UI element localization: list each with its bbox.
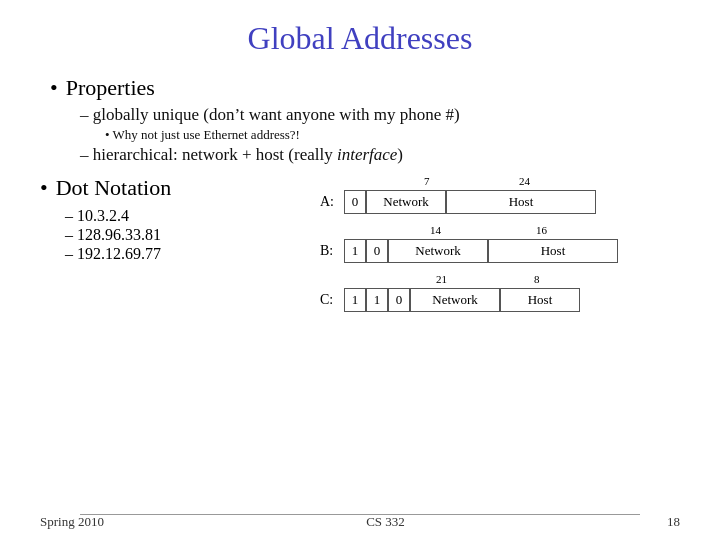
footer-left: Spring 2010 bbox=[40, 514, 104, 530]
row-a-num2: 24 bbox=[519, 175, 530, 187]
content-row: • Dot Notation – 10.3.2.4 – 128.96.33.81… bbox=[40, 175, 680, 318]
row-c-numbers: 21 8 bbox=[364, 273, 680, 287]
row-b-numbers: 14 16 bbox=[364, 224, 680, 238]
dot-sub-2: – 128.96.33.81 bbox=[65, 226, 320, 244]
row-c-cell-network: Network bbox=[410, 288, 500, 312]
properties-label: Properties bbox=[66, 75, 155, 101]
address-diagrams: 7 24 A: 0 Network Host 14 16 B: bbox=[320, 175, 680, 318]
properties-bullet: • Properties bbox=[50, 75, 680, 101]
dot-sub-1: – 10.3.2.4 bbox=[65, 207, 320, 225]
row-a-cells: A: 0 Network Host bbox=[320, 190, 680, 214]
bullet-symbol: • bbox=[50, 75, 58, 101]
row-c-cell-1: 1 bbox=[366, 288, 388, 312]
properties-section: • Properties – globally unique (don’t wa… bbox=[50, 75, 680, 167]
row-c-cell-host: Host bbox=[500, 288, 580, 312]
row-c-num2: 8 bbox=[534, 273, 540, 285]
row-b-cell-network: Network bbox=[388, 239, 488, 263]
row-b-cells: B: 1 0 Network Host bbox=[320, 239, 680, 263]
row-a-num1: 7 bbox=[424, 175, 430, 187]
row-a-numbers: 7 24 bbox=[364, 175, 680, 189]
footer-right: 18 bbox=[667, 514, 680, 530]
slide: Global Addresses • Properties – globally… bbox=[0, 0, 720, 540]
footer: Spring 2010 CS 332 18 bbox=[40, 514, 680, 530]
addr-row-b: 14 16 B: 1 0 Network Host bbox=[320, 224, 680, 263]
ethernet-note: • Why not just use Ethernet address?! bbox=[105, 127, 680, 143]
dot-bullet: • bbox=[40, 175, 48, 201]
row-b-num2: 16 bbox=[536, 224, 547, 236]
footer-center: CS 332 bbox=[366, 514, 405, 530]
addr-row-a: 7 24 A: 0 Network Host bbox=[320, 175, 680, 214]
globally-unique-item: – globally unique (don’t want anyone wit… bbox=[80, 105, 680, 125]
row-b-label: B: bbox=[320, 243, 344, 259]
slide-title: Global Addresses bbox=[40, 20, 680, 57]
dot-sub-3: – 192.12.69.77 bbox=[65, 245, 320, 263]
row-c-cells: C: 1 1 0 Network Host bbox=[320, 288, 680, 312]
addr-row-c: 21 8 C: 1 1 0 Network Host bbox=[320, 273, 680, 312]
row-b-num1: 14 bbox=[430, 224, 441, 236]
dot-notation-section: • Dot Notation – 10.3.2.4 – 128.96.33.81… bbox=[40, 175, 320, 264]
row-b-cell-0: 1 bbox=[344, 239, 366, 263]
row-c-num1: 21 bbox=[436, 273, 447, 285]
row-c-cell-0: 1 bbox=[344, 288, 366, 312]
row-b-cell-host: Host bbox=[488, 239, 618, 263]
row-b-cell-1: 0 bbox=[366, 239, 388, 263]
row-a-cell-host: Host bbox=[446, 190, 596, 214]
row-c-label: C: bbox=[320, 292, 344, 308]
row-c-cell-2: 0 bbox=[388, 288, 410, 312]
row-a-cell-0: 0 bbox=[344, 190, 366, 214]
row-a-label: A: bbox=[320, 194, 344, 210]
dot-notation-title: • Dot Notation bbox=[40, 175, 320, 201]
row-a-cell-network: Network bbox=[366, 190, 446, 214]
hierarchical-item: – hierarchical: network + host (really i… bbox=[80, 145, 680, 165]
dot-notation-label: Dot Notation bbox=[56, 175, 172, 201]
